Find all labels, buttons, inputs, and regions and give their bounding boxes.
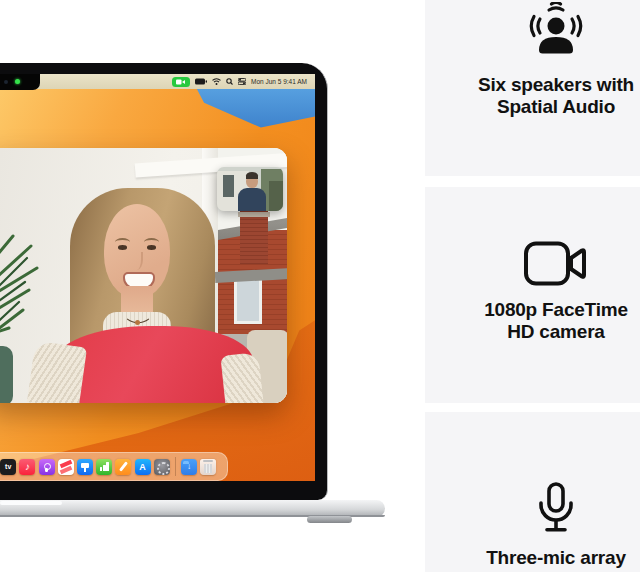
spotlight-icon[interactable] <box>226 78 233 85</box>
title-line: Three-mic array <box>425 547 640 569</box>
title-line: Spatial Audio <box>425 96 640 118</box>
feature-title-mics: Three-mic array <box>425 547 640 569</box>
dock-icon-apple-tv[interactable]: tv <box>0 459 16 475</box>
title-line: HD camera <box>425 321 640 343</box>
dock-icon-keynote[interactable] <box>77 459 93 475</box>
facetime-camera-icon <box>524 241 588 286</box>
camera-led-indicator <box>15 79 20 84</box>
macbook-hinge-gap <box>0 501 62 505</box>
pip-man-hair <box>246 172 258 179</box>
dock-icon-music[interactable]: ♪ <box>19 459 35 475</box>
title-line: Six speakers with <box>425 74 640 96</box>
spatial-audio-icon <box>525 2 587 66</box>
dock-icon-downloads[interactable] <box>181 459 197 475</box>
microphone-icon <box>537 482 575 535</box>
wifi-icon[interactable] <box>212 78 221 85</box>
white-sleeve-left <box>27 341 87 403</box>
dock-icon-numbers[interactable] <box>96 459 112 475</box>
facetime-camera-lens <box>4 80 8 84</box>
display-notch <box>0 74 40 90</box>
macbook-foot <box>307 516 352 523</box>
menu-bar-clock[interactable]: Mon Jun 5 9:41 AM <box>251 78 307 85</box>
pip-self-view[interactable] <box>217 167 283 211</box>
feature-card-mics: Three-mic array <box>425 412 640 572</box>
green-cushion <box>0 346 13 403</box>
title-line: 1080p FaceTime <box>425 299 640 321</box>
menu-bar: Mon Jun 5 9:41 AM <box>0 74 315 89</box>
woman-face <box>104 204 170 298</box>
dock-icon-system-settings[interactable] <box>154 459 170 475</box>
feature-card-speakers: Six speakers with Spatial Audio <box>425 0 640 176</box>
dock-icon-trash[interactable] <box>200 459 216 475</box>
wallpaper-blue-wedge <box>186 88 315 134</box>
dock-icon-news[interactable] <box>58 459 74 475</box>
facetime-window[interactable] <box>0 148 287 403</box>
battery-icon[interactable] <box>195 78 207 85</box>
feature-title-speakers: Six speakers with Spatial Audio <box>425 74 640 118</box>
pip-foliage-dark <box>269 181 283 211</box>
dock-icon-app-store[interactable]: A <box>135 459 151 475</box>
brick-chimney <box>240 204 268 264</box>
dock: tv ♪ A <box>0 452 228 481</box>
camera-active-indicator[interactable] <box>172 77 190 87</box>
woman-nose <box>133 252 143 270</box>
pip-building-window <box>223 175 234 197</box>
house-plant <box>0 228 57 348</box>
necklace-pendant <box>135 320 140 325</box>
dock-icon-podcasts[interactable] <box>39 459 55 475</box>
feature-card-camera: 1080p FaceTime HD camera <box>425 187 640 403</box>
feature-title-camera: 1080p FaceTime HD camera <box>425 299 640 343</box>
video-camera-icon <box>176 79 185 85</box>
woman-eye <box>118 245 127 250</box>
house-window <box>234 276 262 324</box>
white-sleeve-right <box>220 352 263 403</box>
pip-man-body <box>238 188 266 211</box>
macos-display: Mon Jun 5 9:41 AM <box>0 74 315 481</box>
dock-icon-pages[interactable] <box>115 459 131 475</box>
control-center-icon[interactable] <box>238 78 246 85</box>
dock-separator <box>175 457 176 476</box>
woman-eye <box>147 245 156 250</box>
